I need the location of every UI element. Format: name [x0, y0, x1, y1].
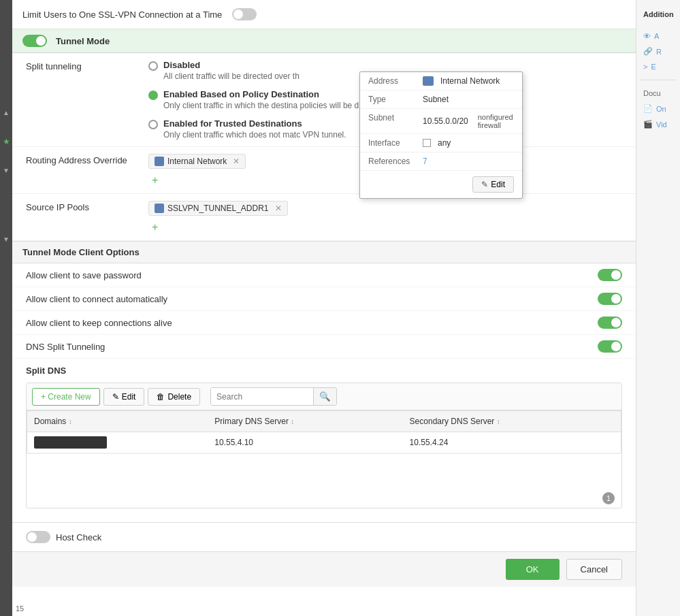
link-icon: 🔗	[643, 47, 653, 56]
sidebar-arrow-down2[interactable]: ▼	[3, 236, 10, 243]
source-ip-tag-text: SSLVPN_TUNNEL_ADDR1	[167, 204, 269, 213]
radio-trusted-btn[interactable]	[148, 120, 158, 129]
option-connect-auto-toggle[interactable]	[598, 293, 622, 305]
popup-references-value[interactable]: 7	[423, 157, 427, 166]
option-save-password-toggle[interactable]	[598, 269, 622, 281]
tunnel-mode-toggle[interactable]	[22, 35, 47, 47]
split-tunneling-label: Split tunneling	[26, 60, 148, 71]
search-input[interactable]	[211, 388, 313, 405]
search-button[interactable]: 🔍	[313, 388, 336, 405]
doc-icon: 📄	[643, 104, 653, 113]
client-options-header: Tunnel Mode Client Options	[12, 241, 636, 263]
cell-domain: redacted	[27, 432, 208, 453]
client-options-title: Tunnel Mode Client Options	[22, 247, 140, 257]
popup-interface-label: Interface	[368, 138, 423, 148]
left-sidebar: ▲ ★ ▼ ▼	[0, 0, 12, 616]
routing-tag-internal[interactable]: Internal Network ✕	[148, 154, 246, 169]
ok-button[interactable]: OK	[506, 559, 560, 580]
host-check-section: Host Check	[12, 522, 636, 551]
sort-secondary-icon[interactable]: ↕	[497, 418, 500, 425]
popup-interface-value: any	[423, 138, 451, 148]
source-ip-content: SSLVPN_TUNNEL_ADDR1 ✕ +	[148, 201, 622, 233]
option-connect-auto: Allow client to connect automatically	[12, 287, 636, 311]
popup-edit-button[interactable]: ✎ Edit	[472, 176, 514, 193]
source-ip-tag-close[interactable]: ✕	[275, 204, 282, 213]
terminal-icon: >	[643, 63, 647, 71]
col-primary-dns: Primary DNS Server ↕	[208, 411, 402, 432]
split-dns-section: Split DNS + Create New ✎ Edit 🗑 Delete	[12, 359, 636, 522]
right-sidebar-divider	[640, 80, 677, 80]
split-tunneling-row: Split tunneling Disabled All client traf…	[12, 53, 636, 147]
option-dns-split: DNS Split Tunneling	[12, 335, 636, 359]
delete-button[interactable]: 🗑 Delete	[148, 388, 200, 406]
col-secondary-dns: Secondary DNS Server ↕	[403, 411, 621, 432]
right-sidebar-item-r[interactable]: 🔗 R	[640, 44, 677, 59]
radio-policy-btn[interactable]	[148, 91, 158, 100]
top-bar: Limit Users to One SSL-VPN Connection at…	[12, 0, 636, 29]
routing-address-label: Routing Address Override	[26, 154, 148, 165]
video-icon: 🎬	[643, 120, 653, 129]
sort-primary-icon[interactable]: ↕	[291, 418, 294, 425]
radio-trusted-desc: Only client traffic which does not matc …	[163, 130, 346, 140]
option-keep-alive-toggle[interactable]	[598, 317, 622, 329]
right-sidebar-doc-vid[interactable]: 🎬 Vid	[640, 116, 677, 132]
routing-tag-close[interactable]: ✕	[233, 157, 240, 166]
edit-button[interactable]: ✎ Edit	[103, 388, 145, 406]
popup-configured-text: nonfigured firewall	[478, 113, 514, 129]
cancel-button[interactable]: Cancel	[566, 559, 622, 580]
sort-domains-icon[interactable]: ↕	[69, 418, 72, 425]
bottom-bar: OK Cancel	[12, 551, 636, 587]
right-sidebar-item-e[interactable]: > E	[640, 59, 677, 74]
popup-type-value: Subnet	[423, 95, 449, 104]
right-sidebar-item-a[interactable]: 👁 A	[640, 29, 677, 44]
option-keep-alive: Allow client to keep connections alive	[12, 311, 636, 335]
popup-subnet-label: Subnet	[368, 113, 423, 123]
right-sidebar: Addition 👁 A 🔗 R > E Docu 📄 On 🎬 Vid	[636, 0, 680, 616]
tunnel-mode-title: Tunnel Mode	[56, 36, 110, 46]
limit-label: Limit Users to One SSL-VPN Connection at…	[22, 10, 222, 20]
host-check-toggle[interactable]	[26, 531, 50, 543]
source-ip-tag-add[interactable]: +	[148, 221, 622, 233]
popup-address-value: Internal Network	[423, 76, 500, 86]
popup-subnet-value: 10.55.0.0/20 nonfigured firewall	[423, 113, 514, 129]
create-new-button[interactable]: + Create New	[32, 388, 100, 406]
source-ip-tags: SSLVPN_TUNNEL_ADDR1 ✕ +	[148, 201, 622, 233]
popup-footer: ✎ Edit	[360, 171, 522, 198]
right-sidebar-doc-label: Docu	[640, 86, 677, 101]
popup-edit-icon: ✎	[481, 180, 488, 189]
popup-references-label: References	[368, 157, 423, 166]
popup-references-row: References 7	[360, 152, 522, 171]
radio-disabled-btn[interactable]	[148, 61, 158, 71]
eye-icon: 👁	[643, 32, 651, 40]
address-popup: Address Internal Network Type Subnet Sub…	[359, 71, 523, 199]
search-container: 🔍	[210, 387, 337, 406]
popup-interface-checkbox	[423, 139, 431, 147]
sidebar-arrow-down[interactable]: ▼	[3, 167, 10, 174]
sidebar-star[interactable]: ★	[3, 137, 10, 146]
cell-primary-dns: 10.55.4.10	[208, 432, 402, 453]
right-sidebar-title: Addition	[640, 7, 677, 22]
routing-tag-text: Internal Network	[167, 157, 227, 166]
routing-address-row: Routing Address Override Internal Networ…	[12, 147, 636, 194]
host-check-label: Host Check	[56, 532, 101, 542]
page-number: 15	[16, 604, 24, 613]
option-dns-split-toggle[interactable]	[598, 340, 622, 353]
option-save-password: Allow client to save password	[12, 263, 636, 287]
source-ip-label: Source IP Pools	[26, 201, 148, 212]
right-sidebar-doc-on[interactable]: 📄 On	[640, 101, 677, 116]
trash-icon: 🗑	[157, 392, 165, 402]
popup-address-row: Address Internal Network	[360, 72, 522, 91]
pool-icon	[155, 204, 164, 213]
edit-icon: ✎	[112, 392, 119, 402]
source-ip-row: Source IP Pools SSLVPN_TUNNEL_ADDR1 ✕ +	[12, 194, 636, 241]
radio-trusted-label: Enabled for Trusted Destinations	[163, 118, 346, 129]
limit-toggle[interactable]	[232, 8, 257, 20]
source-ip-tag[interactable]: SSLVPN_TUNNEL_ADDR1 ✕	[148, 201, 288, 216]
radio-disabled-label: Disabled	[163, 60, 299, 70]
option-save-password-label: Allow client to save password	[26, 270, 598, 280]
table-row[interactable]: redacted 10.55.4.10 10.55.4.24	[27, 432, 621, 453]
popup-subnet-row: Subnet 10.55.0.0/20 nonfigured firewall	[360, 109, 522, 134]
split-dns-label: Split DNS	[26, 366, 622, 376]
sidebar-arrow-up[interactable]: ▲	[3, 109, 10, 116]
radio-disabled-desc: All client traffic will be directed over…	[163, 71, 299, 81]
